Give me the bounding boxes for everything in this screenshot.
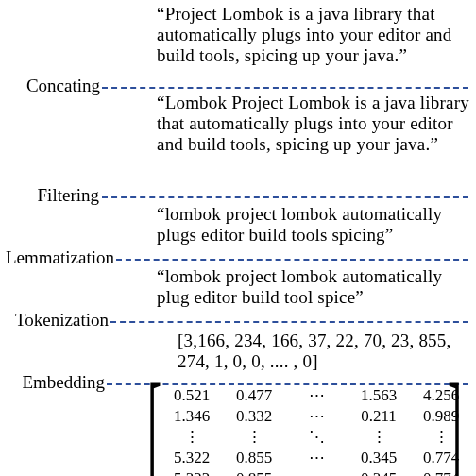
- matrix-cell: 0.521: [161, 385, 223, 406]
- matrix-cell: ⋮: [410, 427, 472, 448]
- step-embedding-label: Embedding: [6, 372, 105, 393]
- matrix-cell: 0.345: [348, 468, 410, 476]
- embedding-matrix: [ 0.5210.477⋯1.5634.2561.3460.332⋯0.2110…: [161, 385, 472, 476]
- matrix-cell: ⋯: [285, 448, 348, 468]
- dash-tokenization: [110, 321, 468, 323]
- matrix-cell: 4.256: [410, 385, 472, 406]
- text-block-4: “lombok project lombok automatically plu…: [157, 266, 468, 308]
- text-block-1: “Project Lombok is a java library that a…: [157, 4, 468, 66]
- step-filtering-label: Filtering: [28, 185, 99, 206]
- step-lemmatization-label: Lemmatization: [0, 247, 114, 268]
- dash-concating: [102, 87, 468, 89]
- dash-lemmatization: [116, 259, 468, 261]
- matrix-cell: ⋯: [285, 468, 348, 476]
- matrix-cell: 0.345: [348, 448, 410, 468]
- dash-filtering: [102, 196, 468, 198]
- step-tokenization-label: Tokenization: [0, 310, 109, 331]
- text-block-5: [3,166, 234, 166, 37, 22, 70, 23, 855, 2…: [178, 331, 470, 372]
- matrix-cell: 5.322: [161, 448, 223, 468]
- matrix-cell: 0.477: [223, 385, 285, 406]
- matrix-cell: 5.322: [161, 468, 223, 476]
- matrix-cell: ⋱: [285, 427, 348, 448]
- matrix-cell: 1.563: [348, 385, 410, 406]
- matrix-cell: ⋮: [223, 427, 285, 448]
- bracket-right: ]: [448, 365, 462, 476]
- matrix-cell: ⋯: [285, 385, 348, 406]
- text-block-2: “Lombok Project Lombok is a java library…: [157, 93, 473, 155]
- bracket-left: [: [147, 365, 162, 476]
- matrix-cell: ⋮: [161, 427, 223, 448]
- step-concating-label: Concating: [15, 76, 100, 96]
- matrix-cell: 1.346: [161, 406, 223, 427]
- matrix-cell: 0.211: [348, 406, 410, 427]
- matrix-cell: ⋯: [285, 406, 348, 427]
- matrix-cell: 0.332: [223, 406, 285, 427]
- matrix-cell: ⋮: [348, 427, 410, 448]
- matrix-cell: 0.774: [410, 468, 472, 476]
- matrix-cell: 0.855: [223, 468, 285, 476]
- matrix-cell: 0.774: [410, 448, 472, 468]
- matrix-cell: 0.989: [410, 406, 472, 427]
- matrix-cell: 0.855: [223, 448, 285, 468]
- text-block-3: “lombok project lombok automatically plu…: [157, 204, 468, 246]
